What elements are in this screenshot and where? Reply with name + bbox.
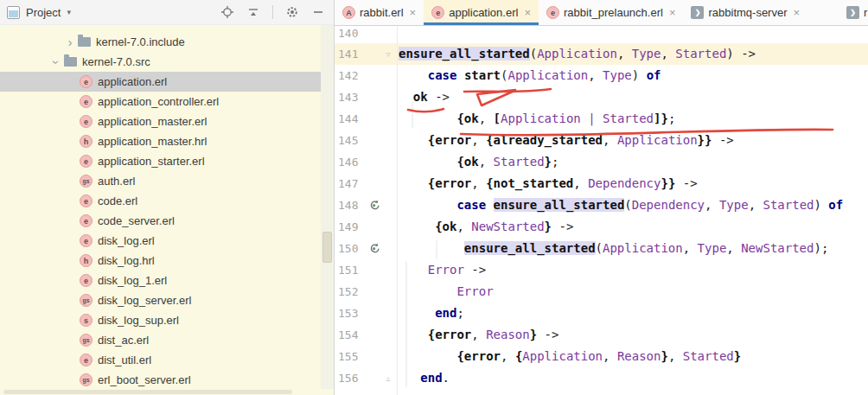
tree-item-erl-boot-server-erl[interactable]: gserl_boot_server.erl (0, 370, 334, 390)
fold-space (383, 194, 393, 216)
code-text[interactable]: ensure_all_started(Application, Type, St… (393, 43, 868, 65)
tab-label: rabbit_prelaunch.erl (564, 6, 663, 19)
code-text[interactable]: ensure_all_started(Application, Type, Ne… (393, 238, 868, 259)
tree-item-code-server-erl[interactable]: ecode_server.erl (0, 211, 334, 231)
terminal-run-icon: ❯ (691, 6, 704, 19)
code-text[interactable]: Error (393, 281, 868, 303)
fold-marker-down-icon[interactable]: ▿ (383, 43, 393, 65)
tab-ra[interactable]: ❯ra (839, 0, 868, 25)
code-text[interactable]: case ensure_all_started(Dependency, Type… (393, 194, 868, 216)
line-number: 151 (335, 259, 364, 281)
chevron-down-icon[interactable]: › (50, 54, 62, 70)
fold-space (383, 216, 393, 238)
code-text[interactable]: Error -> (393, 259, 868, 281)
tree-item-dist-ac-erl[interactable]: gsdist_ac.erl (0, 330, 334, 350)
tab-rabbit-erl[interactable]: Arabbit.erl× (335, 0, 424, 25)
code-text[interactable]: {error, {not_started, Dependency}} -> (393, 173, 868, 194)
line-number: 155 (335, 346, 364, 367)
tree-item-disk-log-hrl[interactable]: hdisk_log.hrl (0, 251, 334, 271)
close-icon[interactable]: × (669, 7, 676, 18)
code-line-146: 146 {ok, Started}; (335, 151, 868, 173)
fold-space (383, 130, 393, 151)
tree-item-application-master-hrl[interactable]: happlication_master.hrl (0, 131, 334, 151)
tree-item-label: code.erl (98, 194, 137, 207)
editor-area: Arabbit.erl×eapplication.erl×erabbit_pre… (335, 0, 868, 395)
close-icon[interactable]: × (410, 7, 417, 18)
file-type-e-icon: e (80, 354, 93, 366)
gutter-space (364, 65, 383, 86)
code-line-143: 143 ok -> (335, 86, 868, 108)
project-dropdown-chevron-icon[interactable]: ▾ (67, 8, 71, 16)
file-type-gs-icon: gs (80, 334, 93, 347)
code-text[interactable]: {error, {Application, Reason}, Started} (393, 346, 868, 367)
tree-horizontal-scrollbar-thumb[interactable] (3, 390, 292, 394)
code-text[interactable]: ok -> (393, 86, 868, 108)
file-type-e-icon: e (80, 95, 93, 108)
code-line-152: 152 Error (335, 281, 868, 303)
tree-item-code-erl[interactable]: ecode.erl (0, 191, 334, 211)
chevron-right-icon[interactable]: › (62, 36, 78, 48)
tree-item-disk-log-1-erl[interactable]: edisk_log_1.erl (0, 271, 334, 290)
fold-space (383, 281, 393, 303)
tree-item-application-controller-erl[interactable]: eapplication_controller.erl (0, 92, 334, 111)
gutter-space (364, 281, 383, 303)
tree-item-label: auth.erl (98, 175, 135, 188)
code-line-145: 145 {error, {already_started, Applicatio… (335, 130, 868, 151)
tab-rabbitmq-server[interactable]: ❯rabbitmq-server× (683, 0, 807, 25)
line-number: 141 (335, 43, 364, 65)
project-panel: Project ▾ ›kernel-7.0.include›kernel-7.0… (0, 0, 335, 395)
code-text[interactable]: end; (393, 303, 868, 324)
tree-item-dist-util-erl[interactable]: edist_util.erl (0, 350, 334, 370)
fold-space (383, 259, 393, 281)
code-text[interactable]: {ok, Started}; (393, 151, 868, 173)
recursive-call-icon[interactable] (364, 194, 383, 216)
tab-application-erl[interactable]: eapplication.erl× (424, 0, 539, 25)
tree-item-disk-log-erl[interactable]: edisk_log.erl (0, 231, 334, 251)
code-line-157: 157 (335, 389, 868, 395)
hide-icon[interactable] (311, 5, 325, 19)
tree-item-application-starter-erl[interactable]: eapplication_starter.erl (0, 151, 334, 171)
code-text[interactable]: {error, Reason} -> (393, 324, 868, 346)
settings-icon[interactable] (285, 5, 299, 19)
file-type-gs-icon: gs (80, 373, 93, 386)
file-type-e-icon: e (80, 75, 93, 88)
gutter-space (364, 389, 383, 395)
close-icon[interactable]: × (524, 7, 531, 18)
gutter-space (364, 216, 383, 238)
tree-item-label: code_server.erl (98, 214, 175, 227)
tree-item-disk-log-sup-erl[interactable]: sdisk_log_sup.erl (0, 310, 334, 330)
code-text[interactable]: end. (393, 367, 868, 389)
line-number: 143 (335, 86, 364, 108)
tree-item-kernel-7-0-include[interactable]: ›kernel-7.0.include (0, 32, 334, 52)
tree-item-disk-log-server-erl[interactable]: gsdisk_log_server.erl (0, 290, 334, 310)
code-text[interactable]: {ok, [Application | Started]}; (393, 108, 868, 130)
collapse-all-icon[interactable] (246, 5, 260, 19)
tab-rabbit-prelaunch-erl[interactable]: erabbit_prelaunch.erl× (539, 0, 684, 25)
line-number: 154 (335, 324, 364, 346)
code-text[interactable]: {error, {already_started, Application}} … (393, 130, 868, 151)
tree-item-label: dist_ac.erl (98, 334, 149, 347)
terminal-run-icon: ❯ (846, 6, 859, 19)
close-icon[interactable]: × (794, 7, 801, 18)
code-text[interactable] (393, 26, 868, 43)
fold-space (383, 108, 393, 130)
file-type-e-icon: e (80, 274, 93, 287)
code-text[interactable]: {ok, NewStarted} -> (393, 216, 868, 238)
fold-marker-up-icon[interactable]: ▵ (383, 367, 393, 389)
tree-item-kernel-7-0-src[interactable]: ›kernel-7.0.src (0, 52, 334, 72)
file-type-e-icon: e (80, 155, 93, 168)
file-type-s-icon: s (80, 314, 93, 327)
code-text[interactable]: case start(Application, Type) of (393, 65, 868, 86)
locate-icon[interactable] (220, 5, 234, 19)
tree-item-application-erl[interactable]: eapplication.erl (0, 72, 334, 92)
recursive-call-icon[interactable] (364, 238, 383, 259)
project-panel-title[interactable]: Project (26, 6, 61, 19)
toolbar-divider (272, 5, 273, 19)
code-line-151: 151 Error -> (335, 259, 868, 281)
code-text[interactable] (393, 389, 868, 395)
tree-item-application-master-erl[interactable]: eapplication_master.erl (0, 111, 334, 131)
tree-item-auth-erl[interactable]: gsauth.erl (0, 171, 334, 191)
tree-vertical-scrollbar-thumb[interactable] (322, 232, 332, 263)
line-number: 146 (335, 151, 364, 173)
tree-item-label: application_controller.erl (98, 95, 219, 108)
